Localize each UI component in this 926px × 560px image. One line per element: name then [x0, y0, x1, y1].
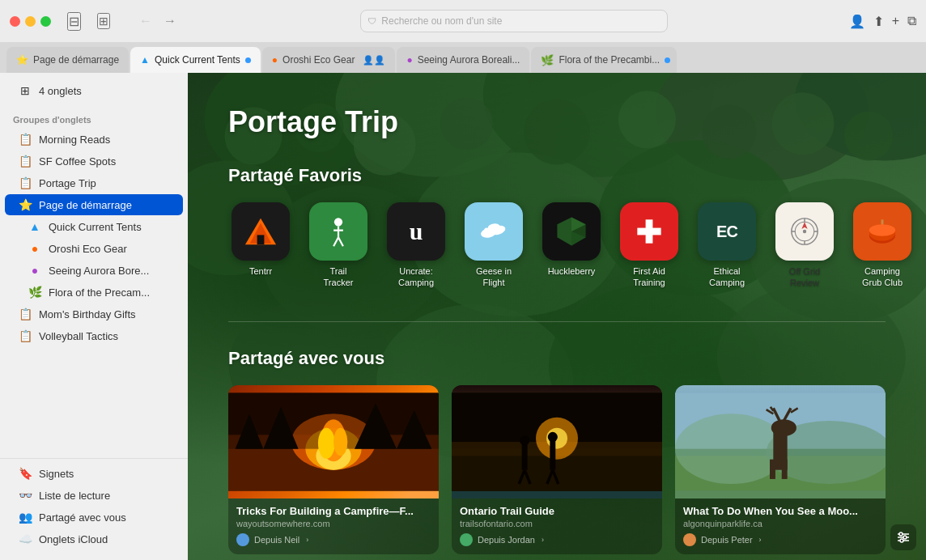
shared-card-ontario[interactable]: Ontario Trail Guide trailsofontario.com … — [452, 385, 662, 554]
forward-button[interactable]: → — [160, 12, 180, 30]
svg-point-99 — [900, 539, 903, 542]
campfire-chevron: › — [306, 536, 308, 544]
share-button[interactable]: ⬆ — [873, 14, 884, 29]
favorites-title: Partagé Favoris — [228, 165, 886, 186]
grub-label: CampingGrub Club — [862, 265, 903, 289]
fav-ethical[interactable]: EC EthicalCamping — [694, 202, 759, 289]
fav-trail[interactable]: TrailTracker — [306, 202, 371, 289]
sidebar-groups-section: Groupes d'onglets 📋 Morning Reads 📋 SF C… — [0, 105, 188, 350]
sidebar-bottom: 🔖 Signets 👓 Liste de lecture 👥 Partagé a… — [0, 458, 188, 554]
coffee-icon: 📋 — [18, 155, 32, 168]
fav-grub[interactable]: CampingGrub Club — [850, 202, 915, 289]
svg-point-98 — [903, 536, 907, 539]
sidebar-item-tents[interactable]: ▲ Quick Current Tents — [5, 216, 183, 237]
tent-icon: ▲ — [140, 54, 150, 66]
fav-huckleberry[interactable]: Huckleberry — [539, 202, 604, 289]
svg-rect-41 — [637, 228, 661, 235]
sidebar-item-morning[interactable]: 📋 Morning Reads — [5, 129, 183, 150]
ethical-icon: EC — [698, 202, 756, 261]
sidebar-item-birthday[interactable]: 📋 Mom's Birthday Gifts — [5, 303, 183, 325]
svg-line-30 — [338, 237, 343, 246]
svg-point-53 — [869, 224, 895, 236]
sidebar-toggle-button[interactable]: ⊟ — [67, 12, 81, 31]
new-tab-group-button[interactable]: ⊞ — [97, 13, 110, 29]
tabs-overview-button[interactable]: ⧉ — [907, 14, 916, 28]
volleyball-icon: 📋 — [18, 329, 32, 342]
shield-icon: 🛡 — [367, 16, 376, 26]
search-placeholder: Recherche ou nom d'un site — [381, 15, 502, 27]
campfire-image — [228, 385, 439, 498]
fav-uncrate[interactable]: u Uncrate:Camping — [384, 202, 448, 289]
sidebar: ⊞ 4 onglets Groupes d'onglets 📋 Morning … — [0, 73, 188, 560]
sidebar-item-oroshi[interactable]: ● Oroshi Eco Gear — [5, 238, 183, 259]
geese-icon — [465, 202, 523, 261]
sidebar-all-tabs[interactable]: ⊞ 4 onglets — [5, 80, 183, 101]
ontario-url: trailsofontario.com — [460, 519, 654, 528]
grub-icon — [853, 202, 911, 261]
minimize-button[interactable] — [25, 16, 36, 27]
sidebar-item-flora[interactable]: 🌿 Flora of the Precam... — [5, 282, 183, 303]
back-button[interactable]: ← — [136, 12, 155, 30]
tentrr-label: Tentrr — [249, 265, 272, 277]
sidebar-item-bookmarks[interactable]: 🔖 Signets — [5, 463, 183, 484]
svg-point-66 — [333, 427, 347, 456]
aurora-icon: ● — [406, 54, 412, 66]
content-settings-button[interactable] — [890, 524, 916, 550]
sidebar-item-shared-with-you[interactable]: 👥 Partagé avec vous — [5, 507, 183, 528]
moose-url: algonquinparklife.ca — [683, 519, 877, 528]
tab-flora[interactable]: 🌿 Flora of the Precambi... — [531, 47, 677, 73]
svg-line-29 — [333, 237, 338, 246]
firstaid-icon — [620, 202, 678, 261]
svg-rect-92 — [770, 459, 775, 478]
sidebar-item-coffee[interactable]: 📋 SF Coffee Spots — [5, 151, 183, 172]
svg-rect-72 — [522, 442, 528, 470]
sidebar-item-volleyball[interactable]: 📋 Volleyball Tactics — [5, 325, 183, 346]
fav-tentrr[interactable]: Tentrr — [228, 202, 293, 289]
trail-label: TrailTracker — [324, 265, 354, 289]
flora-sidebar-icon: 🌿 — [28, 286, 42, 299]
content-inner: Portage Trip Partagé Favoris Tentrr Trai… — [188, 73, 926, 560]
shared-card-moose[interactable]: What To Do When You See a Moo... algonqu… — [675, 385, 886, 554]
shared-card-campfire[interactable]: Tricks For Building a Campfire—F... wayo… — [228, 385, 439, 554]
sidebar-item-aurora[interactable]: ● Seeing Aurora Bore... — [5, 260, 183, 281]
tabbar: ⭐ Page de démarrage ▲ Quick Current Tent… — [0, 42, 926, 73]
tents-sidebar-icon: ▲ — [28, 220, 42, 233]
close-button[interactable] — [10, 16, 20, 27]
tentrr-icon — [232, 202, 290, 261]
icloud-icon: ☁️ — [18, 532, 32, 545]
svg-point-34 — [484, 228, 489, 233]
nav-buttons: ← → — [136, 12, 180, 30]
huckleberry-icon — [542, 202, 601, 261]
tab-oroshi[interactable]: ● Oroshi Eco Gear 👤👤 — [262, 47, 396, 73]
svg-point-65 — [318, 427, 335, 458]
tab-start[interactable]: ⭐ Page de démarrage — [6, 47, 129, 73]
fav-offgrid[interactable]: Off GridReview — [772, 202, 837, 289]
svg-point-86 — [771, 419, 796, 436]
tab-aurora[interactable]: ● Seeing Aurora Boreali... — [397, 47, 529, 73]
sidebar-item-reading[interactable]: 👓 Liste de lecture — [5, 485, 183, 506]
moose-chevron: › — [759, 536, 762, 544]
svg-rect-93 — [782, 459, 788, 478]
favorites-grid: Tentrr TrailTracker u Uncrate:Camping — [228, 202, 886, 289]
svg-point-44 — [803, 230, 806, 233]
portage-icon: 📋 — [18, 176, 32, 189]
svg-point-35 — [494, 226, 498, 230]
new-tab-button[interactable]: + — [892, 14, 899, 28]
profile-button[interactable]: 👤 — [849, 14, 865, 29]
oroshi-icon: ● — [272, 54, 278, 66]
tab-tents[interactable]: ▲ Quick Current Tents — [130, 47, 261, 73]
sidebar-item-portage[interactable]: 📋 Portage Trip — [5, 172, 183, 193]
campfire-url: wayoutsomewhere.com — [236, 519, 431, 528]
fullscreen-button[interactable] — [40, 16, 51, 27]
oroshi-sidebar-icon: ● — [28, 242, 42, 255]
address-bar[interactable]: 🛡 Recherche ou nom d'un site — [360, 10, 668, 32]
tab-dot-tents — [245, 57, 251, 63]
reading-icon: 👓 — [18, 489, 32, 502]
fav-geese[interactable]: Geese inFlight — [461, 202, 526, 289]
campfire-card-body: Tricks For Building a Campfire—F... wayo… — [228, 498, 439, 554]
sidebar-item-start[interactable]: ⭐ Page de démarrage — [5, 194, 183, 215]
aurora-sidebar-icon: ● — [28, 264, 42, 277]
fav-firstaid[interactable]: First AidTraining — [617, 202, 682, 289]
huckleberry-label: Huckleberry — [548, 265, 596, 277]
sidebar-item-icloud[interactable]: ☁️ Onglets iCloud — [5, 528, 183, 549]
